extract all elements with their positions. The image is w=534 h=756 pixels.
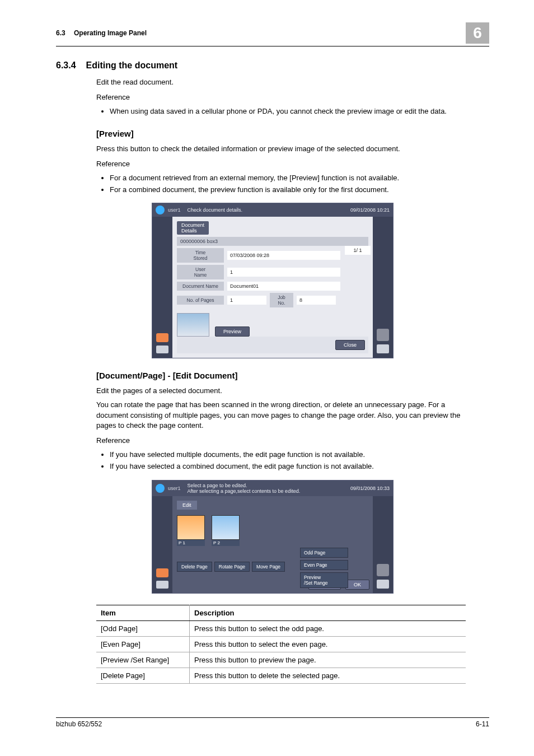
status-line1: Select a page to be edited. [188, 483, 247, 488]
list-icon [156, 581, 168, 589]
page-number: 6-11 [476, 720, 489, 728]
user-name: user1 [168, 486, 181, 491]
list-icon [377, 344, 389, 353]
field-value: 8 [297, 296, 336, 305]
intro-text: Edit the read document. [96, 77, 477, 88]
left-sidebar [152, 496, 172, 593]
field-value: 07/03/2008 09:28 [227, 251, 340, 260]
status-line2: After selecting a page,select contents t… [188, 488, 301, 494]
field-label: Document Name [177, 282, 224, 291]
close-button[interactable]: Close [335, 340, 365, 350]
reference-list: When using data saved in a cellular phon… [96, 106, 477, 116]
even-page-button[interactable]: Even Page [300, 560, 348, 570]
preview-desc: Press this button to check the detailed … [96, 144, 477, 155]
rotate-page-button[interactable]: Rotate Page [214, 562, 250, 572]
preview-set-range-button[interactable]: Preview /Set Range [300, 572, 348, 588]
edit-document-heading: [Document/Page] - [Edit Document] [96, 371, 477, 380]
datetime: 09/01/2008 10:33 [350, 486, 390, 491]
reference-item: When using data saved in a cellular phon… [110, 106, 477, 116]
right-sidebar [373, 496, 393, 593]
reference-label: Reference [96, 436, 477, 446]
status-message: Check document details. [188, 207, 350, 213]
section-title: Operating Image Panel [74, 29, 147, 37]
subsection-title: Editing the document [86, 60, 178, 71]
list-icon [377, 580, 389, 589]
user-icon [156, 206, 165, 214]
field-label: Time Stored [177, 248, 224, 263]
table-row: [Even Page]Press this button to select t… [96, 636, 466, 652]
hand-icon [377, 564, 389, 576]
field-value: 1 [227, 268, 340, 277]
document-thumbnail [177, 313, 209, 337]
section-number: 6.3 [56, 29, 65, 37]
page-counter: 1/ 1 [345, 246, 371, 255]
field-label: User Name [177, 265, 224, 279]
edit-screenshot: user1 Select a page to be edited. After … [152, 480, 394, 594]
reference-item: For a document retrieved from an externa… [110, 173, 477, 183]
description-table: Item Description [Odd Page]Press this bu… [96, 605, 466, 684]
subsection-number: 6.3.4 [56, 60, 76, 71]
reference-label: Reference [96, 159, 477, 170]
page-thumb-1[interactable]: P 1 [177, 515, 205, 546]
tab-edit[interactable]: Edit [177, 501, 197, 510]
field-label: Job No. [270, 293, 293, 307]
preview-button[interactable]: Preview [215, 326, 250, 337]
running-header: 6.3 Operating Image Panel 6 [56, 22, 489, 46]
page-footer: bizhub 652/552 6-11 [56, 717, 489, 728]
box-path: 000000006 box3 [177, 237, 368, 246]
table-row: [Preview /Set Range]Press this button to… [96, 652, 466, 668]
reference-list: If you have selected multiple documents,… [96, 450, 477, 472]
move-page-button[interactable]: Move Page [252, 562, 285, 572]
field-value: Document01 [227, 282, 340, 291]
reference-list: For a document retrieved from an externa… [96, 173, 477, 195]
reference-item: If you have selected a combined document… [110, 461, 477, 472]
right-sidebar [373, 217, 393, 358]
hand-icon [377, 329, 389, 341]
list-icon [156, 346, 168, 353]
datetime: 09/01/2008 10:21 [350, 207, 390, 213]
user-icon [156, 484, 165, 493]
user-name: user1 [168, 207, 181, 213]
preview-screenshot: user1 Check document details. 09/01/2008… [152, 203, 394, 358]
field-value: 1 [227, 296, 266, 305]
orange-icon [156, 333, 168, 342]
table-header-desc: Description [190, 605, 466, 620]
chapter-number: 6 [466, 22, 489, 44]
table-header-item: Item [96, 605, 190, 620]
delete-page-button[interactable]: Delete Page [177, 562, 212, 572]
table-row: [Delete Page]Press this button to delete… [96, 668, 466, 683]
ok-button[interactable]: OK [345, 580, 369, 590]
orange-icon [156, 568, 168, 577]
page-thumb-2[interactable]: P 2 [212, 515, 240, 546]
edit-intro: Edit the pages of a selected document. [96, 386, 477, 396]
product-name: bizhub 652/552 [56, 720, 102, 728]
left-sidebar [152, 217, 172, 358]
field-label: No. of Pages [177, 296, 224, 305]
reference-label: Reference [96, 92, 477, 103]
edit-desc: You can rotate the page that has been sc… [96, 400, 477, 432]
subsection-heading: 6.3.4 Editing the document [56, 60, 489, 71]
odd-page-button[interactable]: Odd Page [300, 548, 348, 558]
tab-document-details[interactable]: Document Details [177, 221, 209, 235]
table-row: [Odd Page]Press this button to select th… [96, 620, 466, 636]
reference-item: If you have selected multiple documents,… [110, 450, 477, 460]
preview-heading: [Preview] [96, 129, 477, 138]
reference-item: For a combined document, the preview fun… [110, 185, 477, 195]
